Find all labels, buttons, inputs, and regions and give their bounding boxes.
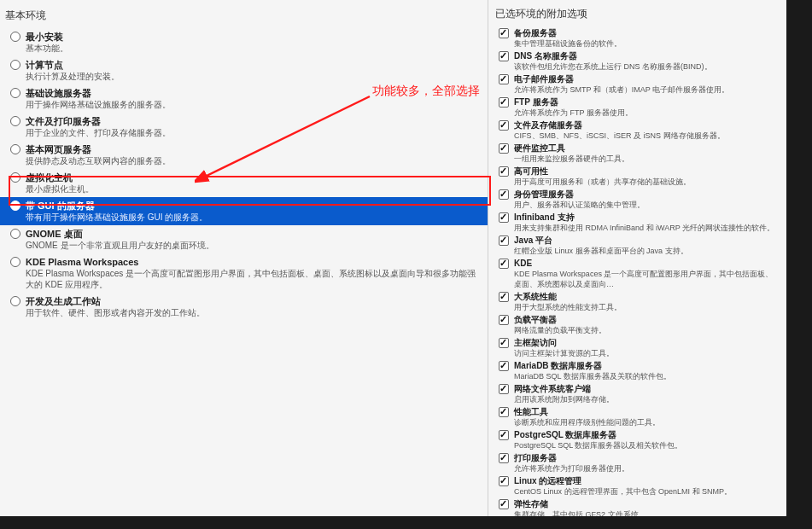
addon-name: Java 平台 — [514, 235, 688, 246]
environment-name: GNOME 桌面 — [26, 228, 214, 240]
radio-icon[interactable] — [10, 201, 20, 211]
environment-name: 计算节点 — [26, 59, 120, 71]
radio-icon[interactable] — [10, 172, 20, 183]
addon-desc: CIFS、SMB、NFS、iSCSI、iSER 及 iSNS 网络存储服务器。 — [514, 131, 725, 141]
environment-text: 最小安装基本功能。 — [26, 31, 68, 54]
addon-desc: 集中管理基础设施备份的软件。 — [514, 38, 622, 49]
checkbox-icon[interactable] — [499, 143, 509, 154]
addon-desc: 允许将系统作为 FTP 服务器使用。 — [514, 108, 633, 118]
addon-option[interactable]: 文件及存储服务器CIFS、SMB、NFS、iSCSI、iSER 及 iSNS 网… — [488, 119, 786, 142]
addon-option[interactable]: KDEKDE Plasma Workspaces 是一个高度可配置图形用户界面，… — [488, 257, 786, 290]
addon-option[interactable]: 电子邮件服务器允许将系统作为 SMTP 和（或者）IMAP 电子邮件服务器使用。 — [488, 73, 786, 96]
radio-icon[interactable] — [10, 296, 20, 306]
environment-option[interactable]: 计算节点执行计算及处理的安装。 — [0, 56, 488, 84]
checkbox-icon[interactable] — [499, 120, 509, 131]
environment-text: 开发及生成工作站用于软件、硬件、图形或者内容开发的工作站。 — [26, 295, 205, 318]
addon-option[interactable]: Java 平台红帽企业版 Linux 服务器和桌面平台的 Java 支持。 — [488, 234, 786, 257]
checkbox-icon[interactable] — [499, 476, 509, 486]
radio-icon[interactable] — [10, 116, 20, 126]
addon-text: DNS 名称服务器该软件包组允许您在系统上运行 DNS 名称服务器(BIND)。 — [514, 50, 712, 72]
radio-icon[interactable] — [10, 60, 20, 70]
checkbox-icon[interactable] — [499, 407, 509, 417]
addon-option[interactable]: 性能工具诊断系统和应用程序级别性能问题的工具。 — [488, 405, 786, 428]
environment-name: 文件及打印服务器 — [26, 115, 171, 127]
environment-name: 基本网页服务器 — [26, 143, 171, 155]
environment-option[interactable]: GNOME 桌面GNOME 是一个非常直观且用户友好的桌面环境。 — [0, 225, 488, 253]
addon-option[interactable]: 网络文件系统客户端启用该系统附加到网络存储。 — [488, 382, 786, 405]
checkbox-icon[interactable] — [499, 28, 509, 38]
addon-option[interactable]: 弹性存储集群存储，其中包括 GFS2 文件系统。 — [488, 497, 786, 516]
checkbox-icon[interactable] — [499, 499, 509, 509]
addon-option[interactable]: 身份管理服务器用户、服务器和认证策略的集中管理。 — [488, 188, 786, 211]
checkbox-icon[interactable] — [499, 384, 509, 394]
addon-option[interactable]: 负载平衡器网络流量的负载平衡支持。 — [488, 313, 786, 336]
radio-icon[interactable] — [10, 88, 20, 98]
addon-option[interactable]: 大系统性能用于大型系统的性能支持工具。 — [488, 290, 786, 313]
addon-option[interactable]: 硬件监控工具一组用来监控服务器硬件的工具。 — [488, 142, 786, 165]
addon-option[interactable]: Infiniband 支持用来支持集群和使用 RDMA InfiniBand 和… — [488, 211, 786, 234]
addon-name: PostgreSQL 数据库服务器 — [514, 429, 682, 440]
addon-desc: 网络流量的负载平衡支持。 — [514, 325, 606, 335]
addon-option[interactable]: 打印服务器允许将系统作为打印服务器使用。 — [488, 451, 786, 474]
addon-option[interactable]: PostgreSQL 数据库服务器PostgreSQL SQL 数据库服务器以及… — [488, 428, 786, 451]
environment-desc: 用于软件、硬件、图形或者内容开发的工作站。 — [26, 307, 205, 318]
checkbox-icon[interactable] — [499, 74, 509, 84]
environment-option[interactable]: 虚拟化主机最小虚拟化主机。 — [0, 169, 488, 197]
addon-option[interactable]: Linux 的远程管理CentOS Linux 的远程管理界面，其中包含 Ope… — [488, 474, 786, 497]
addon-option[interactable]: 主框架访问访问主框架计算资源的工具。 — [488, 336, 786, 359]
environment-name: 虚拟化主机 — [26, 171, 94, 183]
addon-name: 负载平衡器 — [514, 314, 606, 325]
checkbox-icon[interactable] — [499, 189, 509, 200]
environment-name: 带 GUI 的服务器 — [26, 200, 207, 212]
addon-name: 备份服务器 — [514, 27, 622, 38]
environment-desc: 执行计算及处理的安装。 — [26, 71, 120, 82]
addon-text: Linux 的远程管理CentOS Linux 的远程管理界面，其中包含 Ope… — [514, 475, 732, 497]
addon-option[interactable]: 高可用性用于高度可用服务和（或者）共享存储的基础设施。 — [488, 165, 786, 188]
addon-name: 高可用性 — [514, 166, 691, 177]
checkbox-icon[interactable] — [499, 338, 509, 348]
addon-desc: 用户、服务器和认证策略的集中管理。 — [514, 200, 645, 210]
checkbox-icon[interactable] — [499, 292, 509, 302]
checkbox-icon[interactable] — [499, 453, 509, 463]
environment-desc: 提供静态及动态互联网内容的服务器。 — [26, 155, 171, 166]
radio-icon[interactable] — [10, 32, 20, 42]
addon-text: Infiniband 支持用来支持集群和使用 RDMA InfiniBand 和… — [514, 212, 774, 233]
checkbox-icon[interactable] — [499, 235, 509, 246]
checkbox-icon[interactable] — [499, 212, 509, 223]
environment-desc: KDE Plasma Workspaces 是一个高度可配置图形用户界面，其中包… — [26, 268, 481, 290]
addon-name: 性能工具 — [514, 406, 660, 417]
addon-name: Infiniband 支持 — [514, 212, 774, 223]
radio-icon[interactable] — [10, 257, 20, 267]
environment-text: GNOME 桌面GNOME 是一个非常直观且用户友好的桌面环境。 — [26, 228, 214, 251]
addon-text: 高可用性用于高度可用服务和（或者）共享存储的基础设施。 — [514, 166, 691, 187]
environment-option[interactable]: 带 GUI 的服务器带有用于操作网络基础设施服务 GUI 的服务器。 — [0, 197, 488, 225]
checkbox-icon[interactable] — [499, 97, 509, 108]
environment-option[interactable]: 文件及打印服务器用于企业的文件、打印及存储服务器。 — [0, 113, 488, 141]
checkbox-icon[interactable] — [499, 51, 509, 61]
environment-option[interactable]: 基础设施服务器用于操作网络基础设施服务的服务器。 — [0, 84, 488, 113]
addon-text: 文件及存储服务器CIFS、SMB、NFS、iSCSI、iSER 及 iSNS 网… — [514, 119, 725, 141]
checkbox-icon[interactable] — [499, 166, 509, 177]
environment-option[interactable]: 开发及生成工作站用于软件、硬件、图形或者内容开发的工作站。 — [0, 293, 488, 321]
addon-text: KDEKDE Plasma Workspaces 是一个高度可配置图形用户界面，… — [514, 258, 780, 289]
checkbox-icon[interactable] — [499, 361, 509, 371]
checkbox-icon[interactable] — [499, 315, 509, 325]
addon-name: 弹性存储 — [514, 498, 646, 509]
addon-list[interactable]: 备份服务器集中管理基础设施备份的软件。DNS 名称服务器该软件包组允许您在系统上… — [488, 26, 786, 516]
radio-icon[interactable] — [10, 144, 20, 154]
checkbox-icon[interactable] — [499, 430, 509, 440]
addon-option[interactable]: MariaDB 数据库服务器MariaDB SQL 数据库服务器及关联的软件包。 — [488, 359, 786, 382]
addon-option[interactable]: DNS 名称服务器该软件包组允许您在系统上运行 DNS 名称服务器(BIND)。 — [488, 49, 786, 73]
environment-desc: 基本功能。 — [26, 43, 68, 54]
environment-text: 计算节点执行计算及处理的安装。 — [26, 59, 120, 82]
environment-list[interactable]: 最小安装基本功能。计算节点执行计算及处理的安装。基础设施服务器用于操作网络基础设… — [0, 28, 488, 513]
radio-icon[interactable] — [10, 229, 20, 239]
environment-text: 文件及打印服务器用于企业的文件、打印及存储服务器。 — [26, 115, 171, 138]
environment-option[interactable]: KDE Plasma WorkspacesKDE Plasma Workspac… — [0, 253, 488, 293]
addon-option[interactable]: FTP 服务器允许将系统作为 FTP 服务器使用。 — [488, 96, 786, 119]
addon-option[interactable]: 备份服务器集中管理基础设施备份的软件。 — [488, 26, 786, 49]
environment-option[interactable]: 最小安装基本功能。 — [0, 28, 488, 56]
environment-option[interactable]: 基本网页服务器提供静态及动态互联网内容的服务器。 — [0, 141, 488, 169]
addon-text: 性能工具诊断系统和应用程序级别性能问题的工具。 — [514, 406, 660, 427]
checkbox-icon[interactable] — [499, 259, 509, 269]
